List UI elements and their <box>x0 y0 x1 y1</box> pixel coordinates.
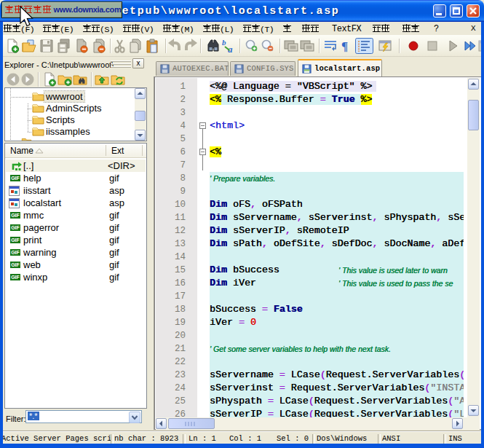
svg-text:a: a <box>228 44 233 53</box>
svg-text:b: b <box>222 39 226 47</box>
svg-text:¶: ¶ <box>341 39 348 53</box>
